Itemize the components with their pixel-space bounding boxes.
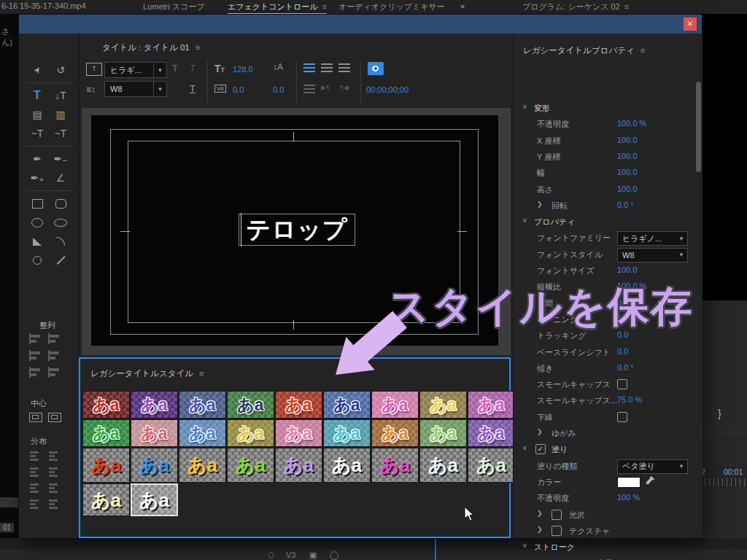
area-type-tool-icon[interactable]: ▤ — [26, 106, 48, 123]
style-swatch[interactable]: あa — [419, 391, 467, 419]
property-checkbox[interactable] — [551, 526, 562, 536]
property-value[interactable]: 0.0 — [617, 347, 628, 356]
center-icon[interactable] — [48, 413, 61, 422]
panel-menu-icon[interactable]: ≡ — [322, 2, 327, 11]
property-dropdown[interactable]: ベタ塗り▼ — [617, 459, 688, 474]
style-swatch[interactable]: あa — [371, 391, 419, 419]
style-swatch[interactable]: あa — [131, 448, 178, 483]
style-swatch[interactable]: あa — [468, 448, 515, 483]
style-swatch[interactable]: あa — [131, 419, 178, 447]
property-checkbox[interactable] — [617, 412, 627, 422]
align-center-icon[interactable] — [321, 63, 333, 72]
panel-menu-icon[interactable]: ≡ — [199, 369, 204, 378]
convert-anchor-tool-icon[interactable]: ∠ — [50, 169, 71, 187]
distribute-icon[interactable] — [48, 483, 59, 493]
line-tool-icon[interactable] — [50, 252, 71, 269]
align-icon[interactable] — [29, 368, 41, 377]
paragraph-in-icon[interactable]: ▶¶ — [321, 84, 330, 91]
tab-audio-clip-mixer[interactable]: オーディオクリップミキサー — [338, 1, 445, 12]
style-swatch[interactable]: あa — [82, 483, 130, 516]
vertical-area-type-tool-icon[interactable]: ▥ — [50, 106, 71, 123]
close-icon[interactable]: ✕ — [684, 18, 697, 31]
align-left-icon[interactable] — [303, 63, 315, 72]
tab-lumetri-scopes[interactable]: Lumetri スコープ — [143, 1, 205, 12]
section-chevron-icon[interactable]: ∨ — [522, 444, 527, 451]
style-swatch[interactable]: あa — [371, 448, 419, 483]
distribute-icon[interactable] — [48, 451, 59, 461]
delete-anchor-tool-icon[interactable]: ✒₋ — [50, 150, 71, 168]
fill-color-swatch[interactable] — [617, 477, 640, 488]
fill-checkbox[interactable]: ✓ — [535, 444, 546, 454]
align-icon[interactable] — [29, 334, 41, 343]
chevron-right-icon[interactable]: ❯ — [537, 201, 543, 208]
property-value[interactable]: 100.0 % — [617, 119, 646, 128]
style-swatch[interactable]: あa — [227, 391, 274, 419]
chevron-right-icon[interactable]: ❯ — [537, 510, 543, 517]
circle-tool-icon[interactable] — [26, 252, 48, 269]
vertical-path-type-tool-icon[interactable]: ~T — [50, 125, 71, 142]
panel-menu-icon[interactable]: ≡ — [196, 43, 200, 52]
align-icon[interactable] — [48, 368, 60, 377]
property-value[interactable]: 0.0 ° — [617, 363, 634, 372]
panel-menu-icon[interactable]: ≡ — [640, 46, 645, 55]
center-icon[interactable] — [29, 413, 42, 422]
align-icon[interactable] — [48, 351, 60, 360]
tab-clip-name[interactable]: 6-16 15-35-17-340.mp4 — [1, 1, 86, 10]
track-label[interactable]: V3 — [286, 551, 295, 559]
eyedropper-icon[interactable] — [645, 475, 655, 488]
section-chevron-icon[interactable]: ∨ — [522, 217, 527, 224]
distribute-icon[interactable] — [29, 467, 40, 477]
property-value[interactable]: 100.0 — [617, 184, 638, 193]
property-dropdown[interactable]: W8▼ — [617, 248, 688, 262]
rectangle-tool-icon[interactable] — [26, 195, 48, 212]
style-swatch[interactable]: あa — [131, 483, 178, 516]
align-right-icon[interactable] — [338, 63, 350, 72]
add-anchor-tool-icon[interactable]: ✒₊ — [26, 169, 48, 187]
property-value[interactable]: 0.0 ° — [617, 201, 634, 209]
paragraph-out-icon[interactable]: ¶◀ — [340, 84, 349, 91]
sync-icon[interactable]: ▣ — [309, 551, 317, 560]
background-video-timecode[interactable]: 00;00;00;00 — [366, 85, 409, 94]
property-value[interactable]: 100.0 — [617, 136, 638, 144]
align-icon[interactable] — [48, 334, 60, 343]
distribute-icon[interactable] — [29, 451, 40, 461]
style-swatch[interactable]: あa — [179, 391, 226, 419]
timeline-playhead[interactable] — [435, 538, 436, 560]
style-swatch[interactable]: あa — [131, 391, 178, 419]
style-swatch[interactable]: あa — [419, 448, 467, 483]
style-swatch[interactable]: あa — [82, 391, 130, 419]
selection-tool-icon[interactable]: ➤ — [26, 61, 48, 79]
style-swatch[interactable]: あa — [179, 419, 226, 447]
style-swatch[interactable]: あa — [371, 419, 419, 447]
ellipse-tool-icon[interactable] — [26, 214, 48, 231]
style-swatch[interactable]: あa — [468, 419, 515, 447]
style-swatch[interactable]: あa — [468, 391, 515, 419]
tracking-value[interactable]: 0.0 — [273, 85, 284, 94]
style-swatch[interactable]: あa — [179, 448, 226, 483]
vertical-type-tool-icon[interactable]: ↓T — [50, 87, 71, 104]
panel-grip-icon[interactable]: } — [718, 408, 721, 419]
tab-ruler-icon[interactable] — [303, 85, 315, 93]
timeline-ruler[interactable]: 2 00;01 — [700, 465, 747, 489]
target-icon[interactable]: ◯ — [330, 551, 338, 560]
underline-button[interactable]: T — [190, 83, 196, 94]
font-family-dropdown[interactable]: ヒラギ...▼ — [104, 62, 167, 78]
distribute-icon[interactable] — [29, 499, 40, 509]
style-swatch[interactable]: あa — [82, 448, 130, 483]
oval-tool-icon[interactable] — [50, 214, 71, 231]
font-size-value[interactable]: 128.0 — [233, 65, 253, 74]
distribute-icon[interactable] — [48, 467, 59, 477]
property-checkbox[interactable] — [551, 510, 562, 520]
style-swatch[interactable]: あa — [323, 391, 371, 419]
section-chevron-icon[interactable]: ∨ — [522, 542, 527, 549]
distribute-icon[interactable] — [29, 483, 40, 493]
rounded-rectangle-tool-icon[interactable] — [50, 195, 71, 212]
style-swatch[interactable]: あa — [227, 448, 274, 483]
property-value[interactable]: 100.0 — [617, 265, 638, 274]
property-value[interactable]: 100 % — [617, 493, 640, 502]
property-dropdown[interactable]: ヒラギノ...▼ — [617, 231, 688, 246]
rotation-tool-icon[interactable]: ↺ — [50, 61, 71, 79]
style-swatch[interactable]: あa — [419, 419, 467, 447]
tab-overflow-icon[interactable]: » — [460, 1, 465, 10]
tab-effect-controls[interactable]: エフェクトコントロール≡ — [228, 1, 327, 15]
